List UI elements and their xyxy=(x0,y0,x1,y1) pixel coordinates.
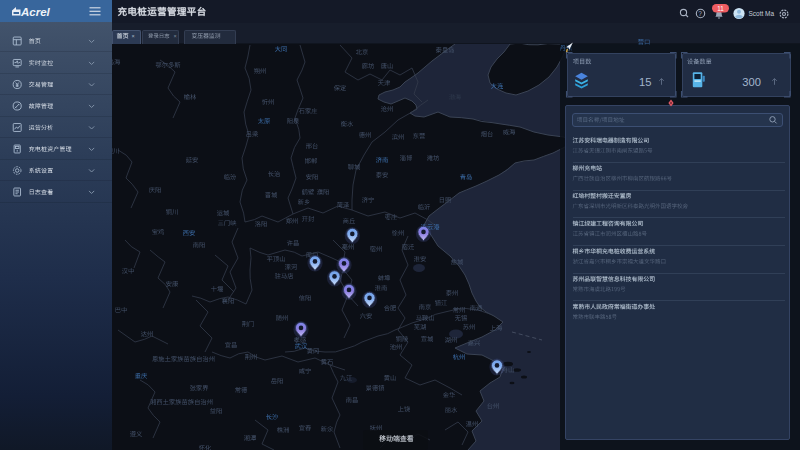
svg-text:×: × xyxy=(132,33,135,39)
svg-text:×: × xyxy=(174,33,177,39)
svg-text:?: ? xyxy=(698,10,702,17)
svg-text:Scott Ma: Scott Ma xyxy=(749,10,775,17)
svg-text:Acrel: Acrel xyxy=(20,6,51,18)
svg-text:11: 11 xyxy=(717,5,724,12)
svg-text:15: 15 xyxy=(639,76,651,88)
svg-text:300: 300 xyxy=(742,76,761,88)
